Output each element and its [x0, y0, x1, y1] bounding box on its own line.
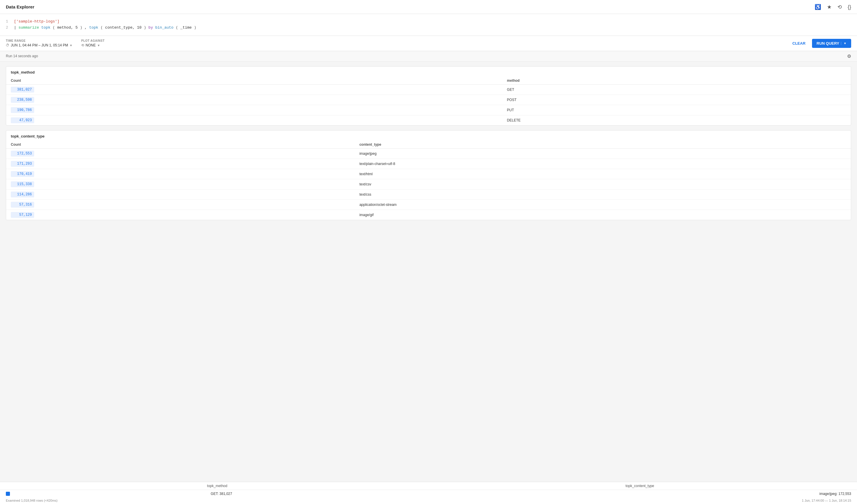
value-cell: text/html [355, 169, 851, 179]
table-row: 170,419 text/html [6, 169, 851, 179]
topk-method-table: Count method 381,027 GET 238,598 POST 19… [6, 77, 851, 125]
table-row: 172,553 image/jpeg [6, 148, 851, 158]
value-cell: image/jpeg [355, 148, 851, 158]
plot-against-picker[interactable]: ⟲ NONE ▼ [81, 43, 104, 47]
table-row: 47,923 DELETE [6, 115, 851, 125]
query-lines: 1 ['sample-http-logs'] 2 | summarize top… [6, 19, 851, 36]
value-cell: image/gif [355, 209, 851, 220]
col-content-type: content_type [355, 141, 851, 149]
count-cell: 171,293 [6, 158, 355, 169]
results-area: topk_method Count method 381,027 GET 238… [0, 62, 857, 230]
time-range-chevron: ▼ [69, 44, 72, 47]
time-range-value: JUN 1, 04:44 PM – JUN 1, 05:14 PM [11, 43, 68, 47]
toolbar: TIME RANGE ⏱ JUN 1, 04:44 PM – JUN 1, 05… [0, 36, 857, 51]
table-row: 381,027 GET [6, 84, 851, 95]
topk-content-type-table: Count content_type 172,553 image/jpeg 17… [6, 141, 851, 220]
value-cell: DELETE [502, 115, 851, 125]
col-count-ct: Count [6, 141, 355, 149]
table-row: 190,786 PUT [6, 105, 851, 115]
plot-against-group: PLOT AGAINST ⟲ NONE ▼ [81, 39, 104, 47]
time-range-label: TIME RANGE [6, 39, 72, 43]
topk-content-type-title: topk_content_type [6, 131, 851, 141]
plot-against-value: NONE [86, 43, 96, 47]
count-cell: 115,338 [6, 179, 355, 189]
globe-icon[interactable]: ♿ [814, 4, 821, 10]
col-method: method [502, 77, 851, 85]
count-cell: 57,316 [6, 199, 355, 209]
count-cell: 190,786 [6, 105, 502, 115]
star-icon[interactable]: ★ [827, 4, 831, 10]
topk-method-block: topk_method Count method 381,027 GET 238… [6, 66, 851, 125]
topk-method-title: topk_method [6, 67, 851, 77]
count-cell: 47,923 [6, 115, 502, 125]
count-cell: 172,553 [6, 148, 355, 158]
time-range-group: TIME RANGE ⏱ JUN 1, 04:44 PM – JUN 1, 05… [6, 39, 72, 47]
col-count-method: Count [6, 77, 502, 85]
header-icon-group: ♿ ★ ⟲ {} [814, 4, 851, 10]
run-query-label: RUN QUERY [817, 41, 839, 46]
table-row: 238,598 POST [6, 95, 851, 105]
count-cell: 114,286 [6, 189, 355, 199]
table-row: 57,316 application/octet-stream [6, 199, 851, 209]
topk-content-type-block: topk_content_type Count content_type 172… [6, 130, 851, 220]
count-cell: 57,129 [6, 209, 355, 220]
settings-icon[interactable]: ⚙ [847, 53, 851, 59]
run-status-bar: Run 14 seconds ago ⚙ [0, 51, 857, 62]
value-cell: PUT [502, 105, 851, 115]
time-range-picker[interactable]: ⏱ JUN 1, 04:44 PM – JUN 1, 05:14 PM ▼ [6, 43, 72, 47]
count-cell: 381,027 [6, 84, 502, 95]
clock-icon: ⏱ [6, 43, 9, 47]
run-query-button[interactable]: RUN QUERY ▼ [812, 39, 851, 48]
app-title: Data Explorer [6, 4, 34, 9]
plot-icon: ⟲ [81, 43, 84, 47]
value-cell: text/plain-charset=utf-8 [355, 158, 851, 169]
header: Data Explorer ♿ ★ ⟲ {} [0, 0, 857, 14]
toolbar-actions: CLEAR RUN QUERY ▼ [790, 39, 851, 48]
count-cell: 170,419 [6, 169, 355, 179]
query-line-2: 2 | summarize topk ( method, 5 ) , topk … [6, 25, 851, 31]
value-cell: GET [502, 84, 851, 95]
table-row: 57,129 image/gif [6, 209, 851, 220]
plot-chevron: ▼ [97, 44, 100, 47]
run-caret: ▼ [841, 42, 846, 45]
run-status-text: Run 14 seconds ago [6, 54, 38, 58]
table-row: 115,338 text/csv [6, 179, 851, 189]
code-icon[interactable]: {} [848, 4, 851, 10]
clear-button[interactable]: CLEAR [790, 39, 808, 47]
table-row: 171,293 text/plain-charset=utf-8 [6, 158, 851, 169]
query-editor[interactable]: 1 ['sample-http-logs'] 2 | summarize top… [0, 14, 857, 36]
query-line-1: 1 ['sample-http-logs'] [6, 19, 851, 25]
value-cell: text/csv [355, 179, 851, 189]
plot-against-label: PLOT AGAINST [81, 39, 104, 43]
table-row: 114,286 text/css [6, 189, 851, 199]
history-icon[interactable]: ⟲ [837, 4, 842, 10]
count-cell: 238,598 [6, 95, 502, 105]
value-cell: text/css [355, 189, 851, 199]
value-cell: POST [502, 95, 851, 105]
value-cell: application/octet-stream [355, 199, 851, 209]
